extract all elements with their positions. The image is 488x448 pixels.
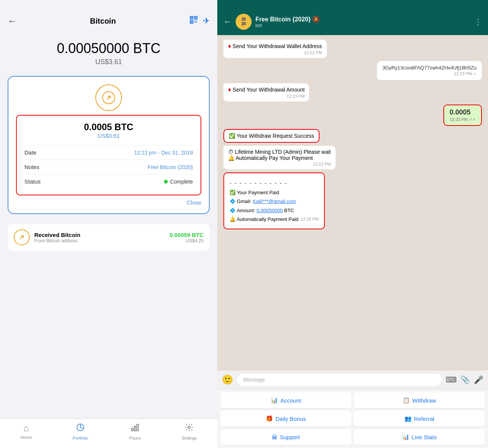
svg-rect-7	[194, 21, 195, 21]
more-icon[interactable]: ⋮	[474, 17, 482, 26]
svg-rect-16	[134, 426, 136, 431]
status-dot	[164, 180, 168, 184]
msg-time-3: 12:23 PM	[228, 94, 305, 98]
tx-date-row: Date 12:22 pm - Dec 31, 2019	[24, 145, 193, 160]
nav-settings-label: Settings	[181, 436, 197, 440]
daily-bonus-button[interactable]: 🎁 Daily Bonus	[220, 411, 352, 427]
live-stats-button[interactable]: 📊 Live Stats	[354, 429, 485, 445]
prices-icon	[130, 423, 140, 434]
card-area: 0.0005 BTC US$3.61 Date 12:22 pm - Dec 3…	[8, 76, 210, 214]
msg-time-6: 12:23 PM	[228, 162, 331, 166]
svg-rect-5	[191, 21, 192, 23]
tx-amount-usd: US$3.61	[24, 132, 193, 139]
tx-list-usd: US$4.25	[170, 238, 204, 243]
msg-time-4: 12:23 PM ✓✓	[449, 117, 476, 122]
keyboard-icon[interactable]: ⌨	[446, 375, 457, 384]
send-icon-large	[16, 84, 201, 111]
chat-input-area: 🙂 Message ⌨ 📎 🎤	[217, 370, 488, 389]
emoji-button[interactable]: 🙂	[222, 374, 233, 385]
chat-messages: ♦ Send Your Withdrawal Wallet Address 12…	[217, 35, 488, 370]
referral-button[interactable]: 👥 Referral	[354, 411, 485, 427]
bell-icon: 🔔	[228, 155, 234, 161]
msg-text-1: Send Your Withdrawal Wallet Address	[233, 43, 322, 49]
tx-list-left: Received Bitcoin From Bitcoin address	[14, 229, 80, 245]
attach-icon[interactable]: 📎	[461, 375, 470, 384]
tx-list-sub: From Bitcoin address	[34, 238, 80, 243]
msg-withdrawal-amount: ♦ Send Your Withdrawal Amount 12:23 PM	[223, 83, 309, 102]
support-icon: 🏛	[272, 434, 278, 440]
withdraw-label: Withdraw	[412, 397, 436, 404]
nav-settings[interactable]: Settings	[181, 423, 197, 440]
tx-list-info: Received Bitcoin From Bitcoin address	[34, 232, 80, 243]
tx-status-label: Status	[24, 178, 41, 185]
account-icon: 📊	[271, 397, 278, 404]
chat-back-button[interactable]: ←	[223, 17, 232, 27]
chat-sub: bot	[255, 23, 470, 28]
chat-avatar-text: 2020	[241, 17, 246, 26]
svg-rect-10	[196, 22, 196, 23]
svg-rect-15	[132, 428, 133, 431]
auto-pay: 🔔 Automatically Payment Paid 12:26 PM	[230, 215, 319, 224]
right-panel: ← 2020 Free Bitcoin {2020} 🔕 bot ⋮ ♦ Sen…	[217, 0, 488, 448]
auto-pay-text: 🔔 Automatically Payment Paid	[230, 215, 299, 224]
home-icon: ⌂	[23, 423, 29, 433]
live-stats-label: Live Stats	[412, 434, 437, 440]
nav-home-label: Home	[21, 435, 32, 440]
support-button[interactable]: 🏛 Support	[220, 429, 352, 445]
account-button[interactable]: 📊 Account	[220, 392, 352, 408]
diamond-icon-2: ♦	[228, 86, 231, 93]
nav-portfolio-label: Portfolio	[73, 436, 88, 440]
msg-admin-wait: ⏱ Lifetime Mining LTD (Admin) Please wai…	[223, 146, 336, 169]
amount-text: 0.0005	[449, 108, 470, 116]
referral-label: Referral	[414, 416, 434, 422]
clock-icon: ⏱	[228, 149, 233, 155]
back-button[interactable]: ←	[8, 16, 17, 26]
msg-time-1: 12:22 PM	[228, 50, 322, 55]
svg-rect-3	[191, 17, 192, 18]
withdraw-button[interactable]: 📋 Withdraw	[354, 392, 485, 408]
nav-portfolio[interactable]: Portfolio	[73, 423, 88, 440]
gmail-value: Kaj6***@gmail.com	[253, 198, 296, 204]
bot-buttons-area: 📊 Account 📋 Withdraw 🎁 Daily Bonus 👥 Ref…	[217, 389, 488, 448]
chat-info: Free Bitcoin {2020} 🔕 bot	[255, 16, 470, 28]
qr-icon[interactable]	[189, 15, 198, 27]
tx-list-right: 0.00059 BTC US$4.25	[170, 232, 204, 243]
account-label: Account	[280, 397, 301, 404]
balance-section: 0.00050000 BTC US$3.61	[0, 33, 217, 70]
support-label: Support	[280, 434, 300, 440]
chat-header-icons: ⋮	[474, 17, 482, 26]
message-input[interactable]: Message	[237, 374, 442, 386]
daily-bonus-icon: 🎁	[266, 415, 273, 422]
chat-name: Free Bitcoin {2020} 🔕	[255, 16, 470, 23]
tx-notes-row: Notes Free Bitcoin {2020}	[24, 160, 193, 174]
diamond-icon-1: ♦	[228, 43, 231, 49]
send-nav-icon[interactable]: ✈	[203, 16, 210, 26]
msg-amount-sent: 0.0005 12:23 PM ✓✓	[443, 105, 482, 126]
svg-point-18	[188, 426, 190, 429]
left-header: ← Bitcoin ✈	[0, 0, 217, 33]
svg-rect-17	[137, 424, 138, 431]
payment-gmail: 💠 Gmail: Kaj6***@gmail.com	[230, 197, 319, 206]
balance-usd: US$3.61	[0, 58, 217, 66]
amount-value: 0.00050000	[257, 208, 283, 213]
nav-home[interactable]: ⌂ Home	[21, 423, 32, 440]
chat-header: ← 2020 Free Bitcoin {2020} 🔕 bot ⋮	[217, 0, 488, 35]
tx-date-label: Date	[24, 149, 37, 156]
msg-wallet-address: 3GyRy13csvdiFAQ77zwh4ZHx4Ufj1Bh5Zu 12:23…	[377, 61, 482, 80]
mic-icon[interactable]: 🎤	[474, 375, 483, 384]
transaction-list-item[interactable]: Received Bitcoin From Bitcoin address 0.…	[8, 224, 210, 251]
close-button[interactable]: Close	[16, 199, 201, 206]
nav-prices-label: Prices	[129, 436, 141, 440]
tx-status-value: Complete	[164, 179, 193, 185]
success-text: ✅ Your Withdraw Request Success	[229, 133, 314, 139]
payment-info-bubble: - - - - - - - - - - - - ✅ Your Payment P…	[223, 172, 325, 229]
tx-list-btc: 0.00059 BTC	[170, 232, 204, 238]
msg-withdraw-success: ✅ Your Withdraw Request Success	[223, 129, 319, 143]
send-circle	[95, 84, 122, 111]
tx-notes-label: Notes	[24, 164, 39, 170]
left-panel: ← Bitcoin ✈ 0.00	[0, 0, 217, 448]
tx-list-icon	[14, 229, 30, 245]
payment-paid-text: ✅ Your Payment Paid	[230, 188, 319, 197]
nav-prices[interactable]: Prices	[129, 423, 141, 440]
msg-text-6a: Lifetime Mining LTD (Admin) Please wait	[235, 149, 331, 155]
